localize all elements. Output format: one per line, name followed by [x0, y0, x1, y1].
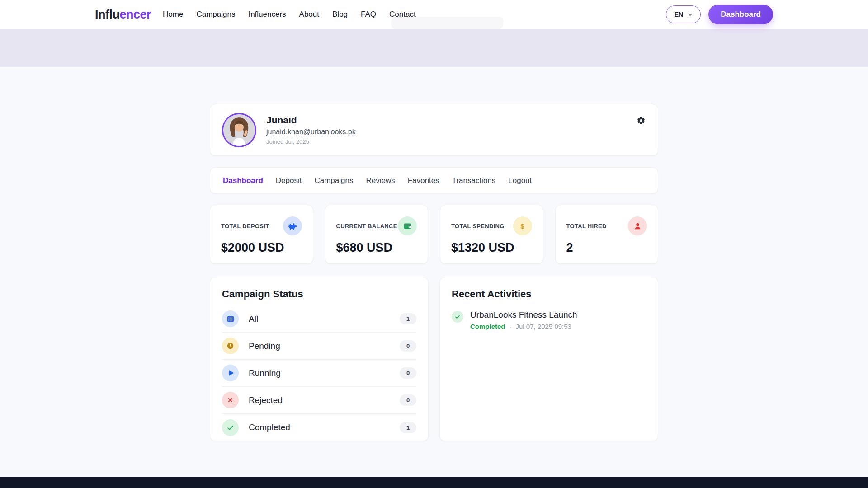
status-label: Pending — [249, 341, 280, 351]
list-icon — [222, 310, 239, 327]
main-content: Junaid junaid.khan@urbanlooks.pk Joined … — [210, 104, 658, 441]
brand-logo-prefix: Influ — [95, 8, 119, 21]
meta-separator: · — [509, 323, 512, 330]
activity-item[interactable]: UrbanLooks Fitness Launch Completed · Ju… — [452, 310, 646, 330]
ghost-artifact — [391, 17, 503, 29]
user-icon — [628, 216, 647, 235]
hero-band — [0, 29, 868, 67]
activity-title: UrbanLooks Fitness Launch — [470, 310, 577, 320]
stat-card-current-balance: CURRENT BALANCE $680 USD — [325, 205, 429, 264]
tab-campaigns[interactable]: Campaigns — [314, 176, 353, 185]
bottom-row: Campaign Status All 1 Pending 0 — [210, 277, 658, 441]
stat-value: 2 — [566, 241, 647, 255]
stat-label: TOTAL DEPOSIT — [221, 223, 269, 230]
status-row-completed[interactable]: Completed 1 — [222, 414, 416, 441]
check-icon — [222, 419, 239, 436]
dollar-icon: $ — [513, 216, 532, 235]
brand-logo-suffix: encer — [119, 8, 151, 21]
stat-value: $1320 USD — [451, 241, 532, 255]
language-selector-label: EN — [675, 11, 683, 18]
nav-link-about[interactable]: About — [299, 10, 319, 19]
status-row-pending[interactable]: Pending 0 — [222, 333, 416, 360]
nav-link-influencers[interactable]: Influencers — [248, 10, 286, 19]
status-row-running[interactable]: Running 0 — [222, 360, 416, 387]
status-row-rejected[interactable]: Rejected 0 — [222, 387, 416, 414]
stat-head: TOTAL HIRED — [566, 216, 647, 235]
play-icon — [222, 365, 239, 381]
status-label: Running — [249, 368, 281, 378]
activity-meta: Completed · Jul 07, 2025 09:53 — [470, 323, 577, 330]
stat-label: TOTAL SPENDING — [451, 223, 505, 230]
status-label: All — [249, 314, 258, 324]
primary-nav: Home Campaigns Influencers About Blog FA… — [163, 10, 416, 19]
settings-gear-icon[interactable] — [637, 116, 646, 125]
profile-email: junaid.khan@urbanlooks.pk — [266, 128, 356, 136]
status-label: Rejected — [249, 395, 283, 405]
nav-link-blog[interactable]: Blog — [332, 10, 348, 19]
stat-card-total-spending: TOTAL SPENDING $ $1320 USD — [440, 205, 543, 264]
nav-link-home[interactable]: Home — [163, 10, 183, 19]
tab-transactions[interactable]: Transactions — [452, 176, 496, 185]
tab-reviews[interactable]: Reviews — [366, 176, 395, 185]
avatar — [222, 113, 256, 147]
status-count-badge: 0 — [400, 394, 416, 406]
piggy-bank-icon — [283, 216, 302, 235]
tab-logout[interactable]: Logout — [508, 176, 532, 185]
chevron-down-icon — [687, 11, 693, 18]
stat-card-total-hired: TOTAL HIRED 2 — [555, 205, 659, 264]
stat-head: TOTAL DEPOSIT — [221, 216, 302, 235]
nav-link-faq[interactable]: FAQ — [361, 10, 376, 19]
stat-label: CURRENT BALANCE — [336, 223, 397, 230]
recent-activities-title: Recent Activities — [452, 288, 646, 300]
brand-logo[interactable]: Influencer — [95, 8, 151, 22]
language-selector[interactable]: EN — [666, 5, 701, 23]
avatar-illustration — [223, 114, 255, 146]
campaign-status-title: Campaign Status — [222, 288, 416, 300]
svg-text:$: $ — [520, 222, 524, 230]
profile-name: Junaid — [266, 115, 356, 126]
tab-favorites[interactable]: Favorites — [408, 176, 439, 185]
recent-activities-card: Recent Activities UrbanLooks Fitness Lau… — [439, 277, 658, 441]
profile-card: Junaid junaid.khan@urbanlooks.pk Joined … — [210, 104, 658, 156]
activity-timestamp: Jul 07, 2025 09:53 — [516, 323, 571, 330]
stat-label: TOTAL HIRED — [566, 223, 607, 230]
campaign-status-card: Campaign Status All 1 Pending 0 — [210, 277, 429, 441]
activity-body: UrbanLooks Fitness Launch Completed · Ju… — [470, 310, 577, 330]
profile-joined-date: Joined Jul, 2025 — [266, 138, 356, 145]
activity-status-badge: Completed — [470, 323, 505, 330]
nav-link-campaigns[interactable]: Campaigns — [196, 10, 235, 19]
status-count-badge: 1 — [400, 313, 416, 324]
status-count-badge: 1 — [400, 422, 416, 433]
stat-value: $2000 USD — [221, 241, 302, 255]
status-row-all[interactable]: All 1 — [222, 305, 416, 333]
navbar-actions: EN Dashboard — [666, 5, 773, 24]
wallet-icon — [398, 216, 417, 235]
x-icon — [222, 392, 239, 408]
profile-tabs: Dashboard Deposit Campaigns Reviews Favo… — [210, 167, 658, 194]
dashboard-button[interactable]: Dashboard — [708, 5, 773, 24]
tab-dashboard[interactable]: Dashboard — [223, 176, 263, 185]
stat-card-total-deposit: TOTAL DEPOSIT $2000 USD — [210, 205, 313, 264]
check-circle-icon — [452, 311, 463, 323]
stat-head: TOTAL SPENDING $ — [451, 216, 532, 235]
stat-head: CURRENT BALANCE — [336, 216, 417, 235]
campaign-status-list: All 1 Pending 0 Running 0 — [222, 305, 416, 441]
tab-deposit[interactable]: Deposit — [276, 176, 302, 185]
clock-icon — [222, 338, 239, 354]
status-label: Completed — [249, 422, 290, 432]
status-count-badge: 0 — [400, 340, 416, 352]
stat-value: $680 USD — [336, 241, 417, 255]
footer — [0, 477, 868, 488]
status-count-badge: 0 — [400, 367, 416, 379]
stats-row: TOTAL DEPOSIT $2000 USD CURRENT BALANCE … — [210, 205, 658, 264]
profile-info: Junaid junaid.khan@urbanlooks.pk Joined … — [266, 115, 356, 145]
